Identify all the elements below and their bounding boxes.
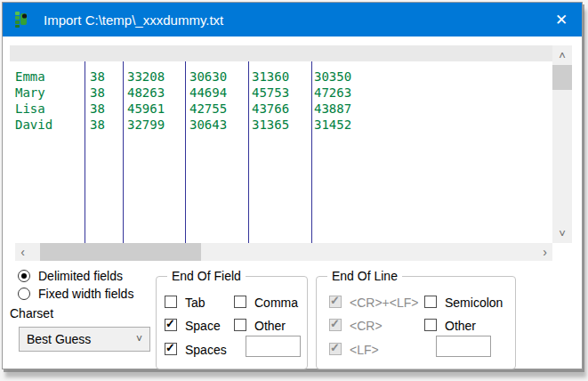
checkbox-tab[interactable]: ✓ [165, 296, 177, 308]
end-of-field-legend: End Of Field [167, 269, 246, 283]
charset-select[interactable]: Best Guess ˅ [19, 327, 150, 352]
preview-cell: 33208 [127, 69, 165, 85]
scroll-down-icon[interactable]: ˅ [552, 225, 572, 241]
checkbox-lf: ✓ [329, 343, 342, 355]
preview-cell: 38 [90, 101, 105, 117]
checkbox-tab-label: Tab [185, 296, 205, 310]
checkbox-cr-label: <CR> [350, 319, 383, 333]
preview-cell: 38 [90, 117, 105, 133]
scroll-left-icon[interactable]: ‹ [15, 243, 30, 261]
charset-selected-value: Best Guess [27, 332, 91, 346]
checkbox-spaces-label: Spaces [185, 343, 227, 357]
checkbox-space-label: Space [185, 319, 221, 333]
preview-row: Mary3848263446944575347263 [10, 85, 552, 101]
checkbox-line-other[interactable]: ✓ [424, 319, 437, 331]
radio-fixed-width-fields[interactable] [18, 288, 30, 300]
preview-cell: 45753 [252, 85, 289, 101]
screen: Import C:\temp\_xxxdummy.txt ✕ Emma38332… [0, 0, 588, 381]
end-of-line-legend: End Of Line [327, 269, 402, 283]
checkbox-semicolon[interactable]: ✓ [424, 296, 437, 308]
column-separator-line[interactable] [311, 61, 312, 243]
checkbox-lf-label: <LF> [350, 343, 379, 357]
chevron-down-icon: ˅ [136, 333, 142, 345]
preview-row: Emma3833208306303136030350 [10, 69, 552, 85]
vertical-scrollbar-thumb[interactable] [552, 65, 572, 90]
checkbox-spaces[interactable]: ✓ [165, 343, 177, 355]
preview-cell: Emma [15, 69, 45, 85]
checkbox-space[interactable]: ✓ [165, 319, 177, 331]
preview-cell: David [15, 117, 52, 133]
end-of-line-group: End Of Line ✓ <CR>+<LF> ✓ Semicolon ✓ <C… [316, 276, 516, 369]
preview-cell: 30643 [189, 117, 227, 133]
preview-cell: 38 [90, 69, 105, 85]
column-separator-line[interactable] [123, 61, 124, 243]
column-separator-line[interactable] [185, 61, 186, 243]
horizontal-scrollbar-thumb[interactable] [40, 243, 201, 261]
preview-row: Lisa3845961427554376643887 [10, 101, 552, 117]
preview-cell: 47263 [314, 85, 351, 101]
file-preview[interactable]: Emma3833208306303136030350Mary3848263446… [10, 61, 552, 243]
preview-cell: 32799 [127, 117, 165, 133]
window-title: Import C:\temp\_xxxdummy.txt [44, 12, 223, 28]
preview-cell: 42755 [189, 101, 227, 117]
charset-label: Charset [10, 306, 53, 320]
preview-cell: Mary [15, 85, 45, 101]
import-dialog: Import C:\temp\_xxxdummy.txt ✕ Emma38332… [2, 2, 583, 369]
checkbox-comma-label: Comma [254, 296, 298, 310]
preview-cell: Lisa [15, 101, 45, 117]
preview-cell: 30350 [314, 69, 351, 85]
checkbox-line-other-label: Other [445, 319, 476, 333]
titlebar[interactable]: Import C:\temp\_xxxdummy.txt ✕ [3, 3, 582, 36]
preview-cell: 43887 [314, 101, 351, 117]
checkbox-field-other[interactable]: ✓ [234, 319, 246, 331]
scroll-right-icon[interactable]: › [537, 243, 552, 261]
preview-rows: Emma3833208306303136030350Mary3848263446… [10, 69, 552, 133]
preview-cell: 43766 [252, 101, 289, 117]
preview-row: David3832799306433136531452 [10, 117, 552, 133]
radio-fixed-width-fields-label: Fixed width fields [38, 287, 133, 301]
preview-header [10, 45, 552, 61]
preview-cell: 31365 [252, 117, 289, 133]
radio-delimited-fields[interactable] [18, 270, 30, 282]
radio-delimited-fields-label: Delimited fields [38, 269, 123, 283]
preview-cell: 30630 [189, 69, 227, 85]
column-separator-line[interactable] [248, 61, 249, 243]
scroll-up-icon[interactable]: ˄ [552, 47, 572, 63]
line-other-input[interactable] [436, 336, 491, 357]
app-icon [13, 11, 31, 28]
close-icon[interactable]: ✕ [541, 3, 582, 36]
checkbox-semicolon-label: Semicolon [445, 296, 503, 310]
checkbox-crlf-label: <CR>+<LF> [350, 296, 418, 310]
vertical-scrollbar[interactable]: ˄ ˅ [552, 45, 572, 243]
checkbox-field-other-label: Other [254, 319, 286, 333]
horizontal-scrollbar[interactable]: ‹ › [15, 243, 552, 261]
preview-cell: 44694 [189, 85, 227, 101]
checkbox-cr: ✓ [329, 319, 342, 331]
field-other-input[interactable] [246, 336, 301, 357]
checkbox-comma[interactable]: ✓ [234, 296, 246, 308]
preview-cell: 45961 [127, 101, 165, 117]
preview-cell: 48263 [127, 85, 165, 101]
column-separator-line[interactable] [85, 61, 85, 243]
preview-cell: 38 [90, 85, 105, 101]
checkbox-crlf: ✓ [329, 296, 342, 308]
end-of-field-group: End Of Field ✓ Tab ✓ Comma ✓ Space ✓ Oth… [156, 276, 308, 369]
preview-cell: 31452 [314, 117, 351, 133]
preview-cell: 31360 [252, 69, 289, 85]
